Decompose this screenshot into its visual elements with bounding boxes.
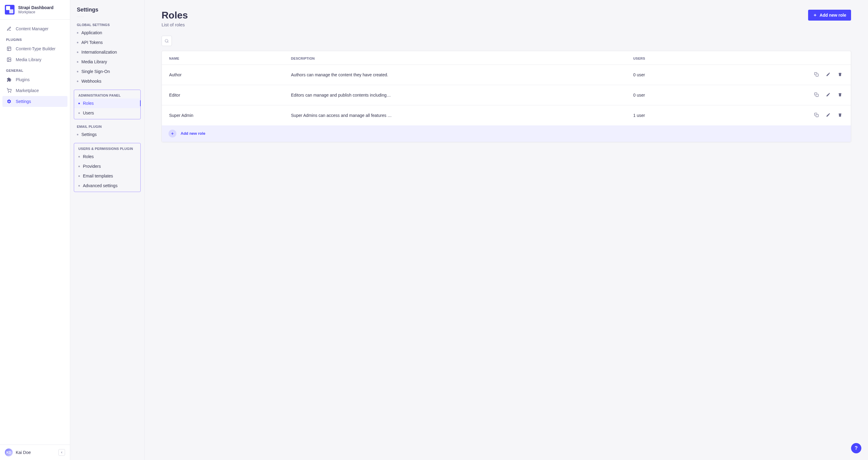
- sub-item-up-email-templates[interactable]: Email templates: [74, 171, 141, 181]
- delete-button[interactable]: [837, 111, 843, 119]
- bullet-icon: [77, 61, 79, 63]
- duplicate-button[interactable]: [813, 111, 820, 119]
- pencil-square-icon: [7, 26, 11, 31]
- collapse-sidebar-button[interactable]: [58, 449, 65, 456]
- image-icon: [7, 57, 11, 62]
- search-icon: [164, 39, 169, 43]
- app-subtitle: Workplace: [18, 10, 54, 14]
- svg-rect-1: [9, 9, 13, 13]
- col-description: Description: [284, 51, 626, 65]
- bullet-icon: [79, 185, 80, 186]
- sub-item-email-settings[interactable]: Settings: [70, 130, 144, 139]
- sidebar-item-content-type-builder[interactable]: Content-Type Builder: [2, 43, 67, 54]
- bullet-icon: [77, 32, 79, 34]
- add-new-role-label: Add new role: [181, 131, 206, 136]
- sub-item-label: Settings: [82, 132, 97, 137]
- bullet-icon: [77, 134, 79, 135]
- sub-item-admin-roles[interactable]: Roles: [74, 98, 141, 108]
- bullet-icon: [77, 42, 79, 43]
- avatar: KD: [5, 449, 13, 456]
- sub-item-media-library[interactable]: Media Library: [70, 57, 144, 67]
- page-header: Roles List of roles Add new role: [161, 10, 851, 27]
- bullet-icon: [79, 175, 80, 177]
- sub-item-admin-users[interactable]: Users: [74, 108, 141, 118]
- sub-item-up-roles[interactable]: Roles: [74, 152, 141, 162]
- edit-button[interactable]: [825, 71, 832, 79]
- sub-item-label: Users: [83, 111, 94, 115]
- sub-item-internationalization[interactable]: Internationalization: [70, 47, 144, 57]
- subsection-global-settings: Global Settings Application API Tokens I…: [70, 21, 144, 86]
- subsection-email-plugin: Email Plugin Settings: [70, 122, 144, 139]
- sub-item-label: Internationalization: [82, 50, 117, 55]
- bullet-icon: [77, 52, 79, 53]
- table-row[interactable]: Author Authors can manage the content th…: [162, 64, 851, 85]
- nav-label: Plugins: [16, 77, 30, 82]
- sidebar-section-general: General: [0, 65, 70, 74]
- svg-point-11: [165, 39, 168, 42]
- sub-item-up-advanced-settings[interactable]: Advanced settings: [74, 181, 141, 191]
- strapi-logo: [5, 5, 14, 15]
- svg-rect-14: [816, 94, 818, 96]
- trash-icon: [838, 72, 842, 77]
- duplicate-button[interactable]: [813, 71, 820, 79]
- trash-icon: [838, 92, 842, 97]
- settings-subsidebar: Settings Global Settings Application API…: [70, 0, 145, 460]
- help-button[interactable]: ?: [851, 443, 861, 453]
- sidebar-section-plugins: Plugins: [0, 34, 70, 43]
- sub-item-label: Providers: [83, 164, 101, 169]
- bullet-icon: [79, 156, 80, 157]
- bullet-icon: [79, 103, 80, 104]
- trash-icon: [838, 113, 842, 117]
- cart-icon: [7, 88, 11, 93]
- pencil-icon: [826, 92, 831, 97]
- sidebar-item-marketplace[interactable]: Marketplace: [2, 85, 67, 96]
- sidebar-item-plugins[interactable]: Plugins: [2, 74, 67, 85]
- sidebar-item-content-manager[interactable]: Content Manager: [2, 23, 67, 34]
- delete-button[interactable]: [837, 91, 843, 99]
- subsection-header: Administration Panel: [74, 91, 141, 98]
- subsection-header: Global Settings: [70, 21, 144, 28]
- sub-item-label: Roles: [83, 101, 94, 106]
- sidebar-footer: KD Kai Doe: [0, 444, 70, 460]
- svg-line-12: [167, 42, 168, 43]
- cell-users: 1 user: [626, 105, 709, 125]
- table-row[interactable]: Editor Editors can manage and publish co…: [162, 85, 851, 105]
- edit-button[interactable]: [825, 91, 832, 99]
- duplicate-button[interactable]: [813, 91, 820, 99]
- add-new-role-button[interactable]: Add new role: [808, 10, 851, 21]
- sub-item-label: Media Library: [82, 59, 107, 64]
- cell-description: Super Admins can access and manage all f…: [284, 105, 626, 125]
- sub-item-up-providers[interactable]: Providers: [74, 162, 141, 171]
- sub-item-webhooks[interactable]: Webhooks: [70, 76, 144, 86]
- sub-item-application[interactable]: Application: [70, 28, 144, 37]
- cell-users: 0 user: [626, 85, 709, 105]
- sub-item-api-tokens[interactable]: API Tokens: [70, 37, 144, 47]
- col-name: Name: [162, 51, 284, 65]
- delete-button[interactable]: [837, 71, 843, 79]
- sidebar-item-settings[interactable]: Settings: [2, 96, 67, 107]
- sub-item-single-sign-on[interactable]: Single Sign-On: [70, 67, 144, 76]
- sidebar-item-media-library[interactable]: Media Library: [2, 54, 67, 65]
- table-row[interactable]: Super Admin Super Admins can access and …: [162, 105, 851, 125]
- add-new-role-row[interactable]: + Add new role: [162, 125, 851, 142]
- pencil-icon: [826, 72, 831, 77]
- sidebar-header: Strapi Dashboard Workplace: [0, 0, 70, 20]
- app-title: Strapi Dashboard: [18, 5, 54, 10]
- question-mark-icon: ?: [855, 445, 858, 451]
- svg-point-7: [8, 92, 8, 92]
- edit-button[interactable]: [825, 111, 832, 119]
- cell-description: Authors can manage the content they have…: [284, 64, 626, 85]
- nav-label: Content-Type Builder: [16, 46, 56, 51]
- col-actions: [709, 51, 851, 65]
- cell-users: 0 user: [626, 64, 709, 85]
- chevron-left-icon: [60, 451, 63, 454]
- row-actions: [716, 71, 843, 79]
- cell-name: Author: [162, 64, 284, 85]
- primary-sidebar: Strapi Dashboard Workplace Content Manag…: [0, 0, 70, 460]
- bullet-icon: [77, 81, 79, 82]
- bullet-icon: [79, 112, 80, 114]
- svg-rect-13: [816, 74, 818, 76]
- search-button[interactable]: [161, 36, 172, 46]
- subsection-header: Email Plugin: [70, 122, 144, 130]
- bullet-icon: [77, 71, 79, 73]
